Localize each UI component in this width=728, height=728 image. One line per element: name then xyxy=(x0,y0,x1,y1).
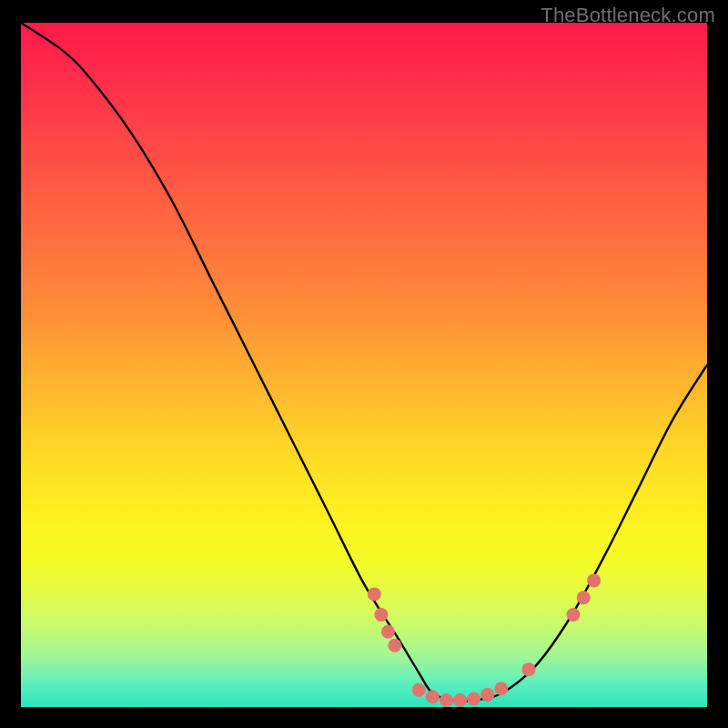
data-marker xyxy=(440,693,453,707)
data-marker xyxy=(577,591,591,604)
data-marker xyxy=(388,639,401,652)
curve-layer xyxy=(21,23,707,707)
data-marker xyxy=(566,608,580,622)
data-marker xyxy=(412,683,426,697)
bottleneck-curve xyxy=(21,23,707,701)
data-marker xyxy=(381,625,395,639)
data-marker xyxy=(467,692,480,705)
chart-frame: TheBottleneck.com xyxy=(0,0,728,728)
marker-group xyxy=(368,573,601,707)
data-marker xyxy=(494,682,508,695)
data-marker xyxy=(480,688,494,702)
data-marker xyxy=(521,662,535,676)
plot-area xyxy=(21,23,707,707)
watermark-text: TheBottleneck.com xyxy=(541,4,715,27)
data-marker xyxy=(453,693,467,707)
data-marker xyxy=(426,690,440,703)
data-marker xyxy=(368,587,381,601)
data-marker xyxy=(587,573,601,587)
data-marker xyxy=(374,608,388,622)
